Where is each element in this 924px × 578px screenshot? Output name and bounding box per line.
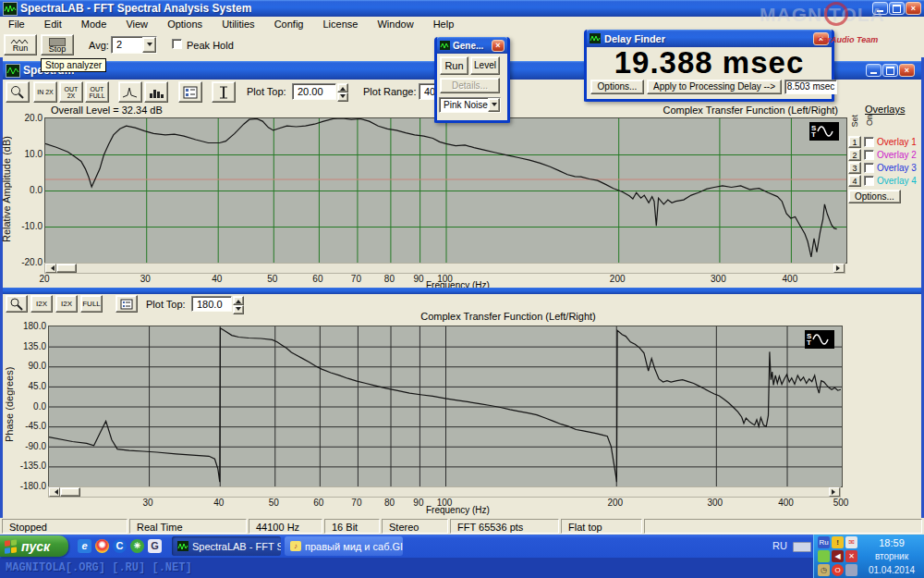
scroll-left-arrow-icon[interactable] [49, 487, 60, 497]
tray-lang-icon[interactable]: Ru [818, 536, 830, 548]
avg-select[interactable]: 2 [111, 36, 157, 54]
menu-license[interactable]: License [315, 17, 367, 31]
scroll-right-arrow-icon[interactable] [829, 487, 840, 497]
taskbar-window-file[interactable]: ♪ правый мид и саб.GI... [285, 536, 403, 556]
menu-file[interactable]: File [0, 17, 33, 31]
overlay-3-set-button[interactable]: 3 [848, 162, 861, 174]
overlay-4-label: Overlay 4 [877, 176, 917, 186]
amplitude-h-scrollbar[interactable] [44, 263, 845, 274]
quick-launch-icon[interactable]: G [148, 539, 162, 553]
spectrum-restore-button[interactable] [882, 64, 898, 77]
avg-value: 2 [116, 39, 122, 50]
avg-dropdown-arrow-icon[interactable] [142, 37, 156, 53]
overlay-2-set-button[interactable]: 2 [848, 149, 861, 161]
scrollbar-thumb[interactable] [56, 264, 77, 273]
peak-hold-checkbox[interactable] [172, 39, 182, 49]
start-button[interactable]: пуск [0, 535, 68, 557]
plot-top-input[interactable]: 20.00 [292, 83, 336, 100]
phase-titlebar[interactable] [3, 288, 921, 294]
scrollbar-track[interactable] [77, 264, 833, 273]
browser-icon[interactable]: C [113, 539, 127, 553]
phase-h-scrollbar[interactable] [48, 486, 841, 498]
overlay-1-checkbox[interactable] [864, 137, 874, 147]
status-bar: Stopped Real Time 44100 Hz 16 Bit Stereo… [0, 518, 924, 535]
menu-view[interactable]: View [117, 17, 156, 31]
taskbar-window-spectralab[interactable]: SpectraLAB - FFT Spe... [172, 536, 281, 556]
bar-spectrum-button[interactable] [144, 81, 168, 103]
marker-button[interactable] [212, 81, 236, 103]
status-mode: Real Time [129, 519, 247, 534]
language-indicator[interactable]: RU [772, 540, 787, 551]
x-tick-label: 200 [602, 498, 629, 508]
overlay-1-set-button[interactable]: 1 [848, 136, 861, 148]
tray-clock[interactable]: 18:59 [862, 537, 921, 548]
tray-green-icon[interactable] [818, 550, 830, 562]
spectrum-close-button[interactable]: × [899, 64, 915, 77]
scroll-right-arrow-icon[interactable] [833, 264, 845, 273]
phase-options-button[interactable] [116, 295, 138, 313]
scrollbar-thumb[interactable] [60, 487, 80, 497]
delay-finder-close-button[interactable]: × [813, 32, 829, 45]
zoom-full-button[interactable]: OUT FULL [85, 81, 109, 103]
security-shield-icon[interactable]: ! [832, 536, 844, 548]
overlay-2-checkbox[interactable] [864, 150, 874, 160]
phase-zoom-in-button[interactable]: I2X [30, 295, 53, 313]
menu-edit[interactable]: Edit [36, 17, 70, 31]
clock-tray-icon[interactable]: ◷ [818, 564, 830, 576]
restore-button[interactable] [889, 2, 905, 15]
ie-icon[interactable]: e [78, 539, 91, 553]
bar-spectrum-icon [148, 86, 164, 99]
generator-close-button[interactable]: × [492, 40, 505, 52]
phase-plot[interactable]: ST [48, 326, 843, 487]
display-options-button[interactable] [178, 81, 202, 103]
phase-plot-top-input[interactable]: 180.0 [191, 296, 232, 312]
tray-gray-icon[interactable] [845, 564, 857, 576]
amplitude-plot[interactable]: ST [44, 117, 847, 264]
delay-options-button[interactable]: Options... [590, 80, 644, 94]
apply-delay-button[interactable]: Apply to Processing Delay --> [647, 80, 782, 94]
menu-config[interactable]: Config [266, 17, 312, 31]
phase-zoom-full-button[interactable]: FULL [80, 295, 103, 313]
chrome-icon[interactable] [95, 539, 109, 553]
volume-icon[interactable]: ◀ [832, 550, 844, 562]
run-button[interactable]: Run [4, 34, 37, 55]
close-icon: × [819, 34, 823, 43]
scroll-left-arrow-icon[interactable] [45, 264, 56, 273]
menu-options[interactable]: Options [159, 17, 211, 31]
processing-delay-field[interactable]: 8.503 msec [784, 80, 837, 94]
spectrum-minimize-button[interactable] [866, 64, 881, 77]
phase-zoom-button[interactable] [6, 295, 28, 313]
close-button[interactable]: × [906, 2, 921, 15]
tray-weekday: вторник [862, 551, 921, 561]
generator-run-button[interactable]: Run [440, 56, 468, 75]
messenger-icon[interactable]: ✉ [845, 536, 857, 548]
phase-plot-top-spinner[interactable] [233, 296, 244, 311]
phase-zoom-out-button[interactable]: I2X [55, 295, 78, 313]
overlays-options-button[interactable]: Options... [848, 190, 901, 203]
zoom-button[interactable] [6, 81, 30, 103]
menu-mode[interactable]: Mode [73, 17, 116, 31]
overlay-3-checkbox[interactable] [864, 163, 874, 173]
tray-red-icon[interactable]: ✕ [845, 550, 857, 562]
x-tick-label: 400 [776, 274, 804, 284]
generator-level-button[interactable]: Level [470, 56, 500, 75]
plot-top-spinner[interactable] [337, 83, 348, 100]
amplitude-y-ticks: 20.010.00.0-10.0-20.0 [7, 117, 43, 262]
close-icon: × [905, 66, 909, 75]
overlay-4-set-button[interactable]: 4 [848, 175, 861, 187]
overlay-4-checkbox[interactable] [864, 176, 874, 186]
menu-help[interactable]: Help [425, 17, 463, 31]
peak-curve-button[interactable] [118, 81, 142, 103]
menu-window[interactable]: Window [369, 17, 421, 31]
scrollbar-track[interactable] [80, 487, 829, 497]
app-icon [177, 541, 188, 551]
zoom-out-2x-button[interactable]: OUT 2X [59, 81, 83, 103]
generator-dropdown-arrow-icon[interactable] [488, 98, 500, 112]
opera-icon[interactable]: O [832, 564, 844, 576]
zoom-in-2x-button[interactable]: IN 2X [33, 81, 57, 103]
menu-utilities[interactable]: Utilities [213, 17, 262, 31]
generator-titlebar[interactable]: Gene... × [437, 37, 507, 54]
minimize-button[interactable] [872, 2, 888, 15]
icq-flower-icon[interactable]: ✳ [130, 539, 144, 553]
stop-button[interactable]: Stop [41, 34, 74, 55]
